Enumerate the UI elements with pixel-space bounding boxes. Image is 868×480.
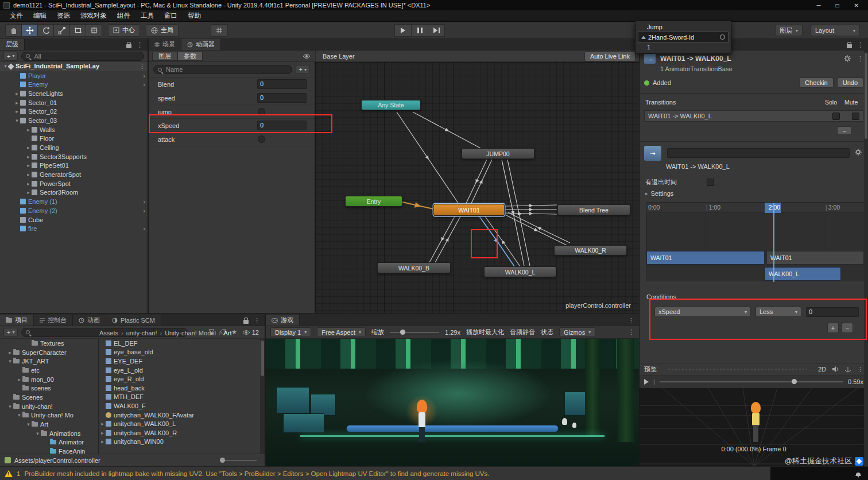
expander-icon[interactable] <box>34 431 41 436</box>
tree-row[interactable]: Player › ⋮ <box>0 71 148 80</box>
tree-row[interactable]: Sector3Supports › ⋮ <box>0 152 148 161</box>
tree-row[interactable]: Sector3Room › ⋮ <box>0 188 148 198</box>
tree-row[interactable]: fire › ⋮ <box>0 224 148 233</box>
tab-game[interactable]: 游戏 <box>266 315 300 326</box>
tab-project[interactable]: 项目 <box>0 315 34 326</box>
trigger-toggle[interactable] <box>258 136 265 143</box>
pan-tool-button[interactable] <box>5 24 22 37</box>
menu-item[interactable]: 资源 <box>52 11 75 20</box>
kebab-menu-icon[interactable]: ⋮ <box>254 318 260 324</box>
tab-hierarchy[interactable]: 层级 <box>0 39 25 50</box>
remove-condition-button[interactable]: − <box>842 323 853 333</box>
tree-row[interactable]: Sector_02 › ⋮ <box>0 107 148 116</box>
maximize-button[interactable]: □ <box>836 2 839 9</box>
folder-row[interactable]: etc <box>0 366 98 375</box>
notification-bell-icon[interactable] <box>854 470 862 478</box>
expander-icon[interactable] <box>25 181 32 187</box>
status-bar[interactable]: 1 ProBuilder mesh included in lightmap b… <box>0 466 868 480</box>
folder-row[interactable]: Animations <box>0 429 98 438</box>
parameter-search-input[interactable] <box>165 65 288 73</box>
trigger-toggle[interactable] <box>258 108 265 115</box>
menu-item[interactable]: 窗口 <box>159 11 183 20</box>
slider-knob[interactable] <box>400 330 405 335</box>
condition-value-field[interactable]: 0 <box>806 307 859 317</box>
tree-row[interactable]: Ceiling › ⋮ <box>0 143 148 152</box>
preview-drag-handle[interactable] <box>668 369 807 370</box>
parameter-row[interactable]: xSpeed 0 <box>149 119 315 133</box>
space-toggle-button[interactable]: 全局 <box>146 24 179 37</box>
preview-viewport[interactable]: 0:00 (000.0%) Frame 0 @稀土掘金技术社区 <box>640 388 868 466</box>
aspect-dropdown[interactable]: Free Aspect▾ <box>317 327 366 337</box>
expander-icon[interactable] <box>25 189 32 195</box>
lock-icon[interactable] <box>243 320 249 324</box>
breadcrumb-segment[interactable]: Unity-chan! Model <box>157 330 216 336</box>
tree-row[interactable]: Sector_03 › ⋮ <box>0 116 148 125</box>
kebab-menu-icon[interactable]: ⋮ <box>857 366 863 373</box>
mute-checkbox[interactable] <box>852 113 859 120</box>
tree-row[interactable]: PipeSet01 › ⋮ <box>0 161 148 171</box>
tree-row[interactable]: Cube › ⋮ <box>0 215 148 224</box>
prefab-chevron-icon[interactable]: › <box>143 81 145 88</box>
slider-knob[interactable] <box>220 458 225 463</box>
add-parameter-button[interactable]: +▾ <box>296 65 310 74</box>
minimize-button[interactable]: ─ <box>816 2 820 9</box>
folder-row[interactable]: Art <box>0 420 98 429</box>
state-any-state[interactable]: Any State <box>361 100 421 110</box>
preview-speed-slider[interactable] <box>660 381 843 382</box>
kebab-menu-icon[interactable]: ⋮ <box>857 42 863 48</box>
expander-icon[interactable] <box>7 350 13 355</box>
tree-row[interactable]: PowerSpot › ⋮ <box>0 179 148 188</box>
scene-kebab-icon[interactable]: ⋮ <box>139 63 145 69</box>
menu-item[interactable]: 组件 <box>112 11 135 20</box>
create-object-button[interactable]: +▾ <box>3 52 18 61</box>
dropdown-item[interactable]: 1 <box>638 42 728 52</box>
asset-row[interactable]: EL_DEF <box>99 339 260 348</box>
asset-row[interactable]: EYE_DEF <box>99 357 260 366</box>
display-dropdown[interactable]: Display 1▾ <box>270 327 311 337</box>
expander-icon[interactable] <box>99 421 106 427</box>
game-viewport[interactable] <box>266 339 639 466</box>
mute-audio-toggle[interactable]: 音频静音 <box>510 328 535 336</box>
grid-snap-button[interactable] <box>211 24 228 37</box>
expander-icon[interactable] <box>14 109 20 114</box>
gear-icon[interactable] <box>854 148 862 156</box>
asset-row[interactable]: unitychan_WALK00_FAvatar <box>99 411 260 420</box>
breadcrumb-segment[interactable]: unity-chan! <box>118 330 157 336</box>
folder-row[interactable]: Textures <box>0 339 98 348</box>
prefab-chevron-icon[interactable]: › <box>143 198 145 205</box>
tree-row[interactable]: Enemy › ⋮ <box>0 80 148 89</box>
expander-icon[interactable] <box>14 118 20 123</box>
asset-row[interactable]: MTH_DEF <box>99 393 260 402</box>
tab-animator[interactable]: 动画器 <box>181 39 221 50</box>
state-blend-tree[interactable]: Blend Tree <box>557 204 630 215</box>
condition-parameter-dropdown[interactable]: xSpeed▾ <box>654 307 751 317</box>
asset-row[interactable]: WALK00_F <box>99 401 260 411</box>
transition-name-field[interactable] <box>667 148 850 158</box>
checkin-button[interactable]: Checkin <box>799 78 834 88</box>
tree-row[interactable]: Sector_01 › ⋮ <box>0 98 148 107</box>
zoom-slider[interactable] <box>390 332 439 333</box>
tree-row[interactable]: SciFi_Industrial_SampleLay › ⋮ <box>0 62 148 71</box>
expander-icon[interactable] <box>7 404 13 409</box>
parameter-row[interactable]: speed 0 <box>149 91 315 105</box>
preview-audio-icon[interactable] <box>832 366 839 373</box>
asset-row[interactable]: eye_base_old <box>99 348 260 357</box>
lock-icon[interactable] <box>126 44 131 48</box>
timeline-bar-wait01[interactable]: WAIT01 <box>766 251 864 265</box>
asset-zoom-slider[interactable] <box>220 460 257 461</box>
parameter-value-field[interactable]: 0 <box>257 121 307 130</box>
tree-row[interactable]: Enemy (2) › ⋮ <box>0 206 148 215</box>
gizmos-dropdown[interactable]: Gizmos▾ <box>559 327 595 337</box>
gear-icon[interactable] <box>843 55 851 63</box>
has-exit-time-checkbox[interactable] <box>707 179 714 186</box>
kebab-menu-icon[interactable]: ⋮ <box>628 329 634 335</box>
inspector-scrollbar[interactable] <box>864 51 868 466</box>
rect-tool-button[interactable] <box>69 24 86 37</box>
play-button[interactable] <box>394 24 412 37</box>
state-walk00-l[interactable]: WALK00_L <box>484 266 556 277</box>
asset-row[interactable]: head_back <box>99 384 260 393</box>
parameters-toggle-button[interactable]: 参数 <box>177 52 203 61</box>
parameter-search[interactable] <box>153 65 292 74</box>
timeline-bar-wait01-selected[interactable]: WAIT01 <box>646 251 765 265</box>
folder-row[interactable]: Unity-chan! Mo <box>0 411 98 420</box>
